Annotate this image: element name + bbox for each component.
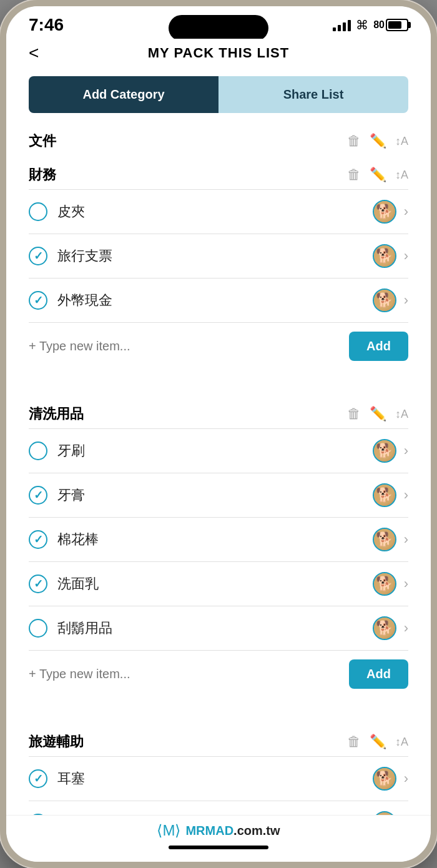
battery-indicator: 80	[373, 19, 408, 31]
item-left: 耳塞	[29, 769, 85, 788]
chevron-icon-8[interactable]: ›	[404, 620, 408, 636]
chevron-icon-3[interactable]: ›	[404, 292, 408, 308]
sort-category-toiletries-icon[interactable]: ↕A	[395, 408, 408, 421]
avatar-5	[373, 483, 396, 507]
item-text-4: 牙刷	[57, 441, 85, 460]
avatar-8	[373, 616, 396, 640]
item-text-5: 牙膏	[57, 486, 85, 505]
chevron-icon-5[interactable]: ›	[404, 487, 408, 503]
list-item: 洗面乳 ›	[29, 561, 408, 606]
add-item-input-finance[interactable]	[29, 339, 341, 353]
list-item: 刮鬍用品 ›	[29, 606, 408, 650]
bottom-logo: ⟨M⟩ MRMAD.com.tw	[157, 822, 280, 839]
category-header-documents: 文件 🗑 ✏️ ↕A	[29, 122, 408, 155]
add-item-input-toiletries[interactable]	[29, 667, 341, 681]
list-item: 眼罩 ›	[29, 801, 408, 815]
dynamic-island	[169, 15, 268, 41]
logo-icon: ⟨M⟩	[157, 822, 180, 839]
avatar-1	[373, 200, 396, 224]
list-item: 旅行支票 ›	[29, 234, 408, 278]
item-checkbox-2[interactable]	[29, 247, 47, 265]
battery-text: 80	[373, 19, 385, 31]
edit-category-travel-aids-icon[interactable]: ✏️	[370, 734, 386, 750]
category-name-travel-aids: 旅遊輔助	[29, 732, 84, 751]
list-item: 耳塞 ›	[29, 756, 408, 801]
avatar-10	[373, 811, 396, 815]
avatar-3	[373, 289, 396, 312]
dog-avatar-7	[374, 573, 395, 594]
category-header-toiletries: 清洗用品 🗑 ✏️ ↕A	[29, 395, 408, 428]
phone-frame: 7:46 ⌘ 80 < MY PACK THIS LIST Add Ca	[0, 0, 437, 868]
item-checkbox-5[interactable]	[29, 486, 47, 505]
phone-screen: 7:46 ⌘ 80 < MY PACK THIS LIST Add Ca	[6, 6, 431, 862]
item-checkbox-8[interactable]	[29, 619, 47, 638]
chevron-icon-6[interactable]: ›	[404, 531, 408, 548]
avatar-6	[373, 528, 396, 551]
item-right-5: ›	[373, 483, 408, 507]
status-icons: ⌘ 80	[333, 17, 408, 32]
dog-avatar-2	[374, 245, 395, 267]
item-text-6: 棉花棒	[57, 530, 99, 549]
sort-category-finance-icon[interactable]: ↕A	[395, 169, 408, 182]
edit-category-finance-icon[interactable]: ✏️	[370, 167, 386, 183]
list-item: 棉花棒 ›	[29, 517, 408, 561]
chevron-icon-4[interactable]: ›	[404, 443, 408, 459]
item-checkbox-9[interactable]	[29, 769, 47, 788]
avatar-4	[373, 439, 396, 463]
delete-category-travel-aids-icon[interactable]: 🗑	[347, 734, 361, 750]
wifi-icon: ⌘	[356, 17, 368, 32]
sort-category-travel-aids-icon[interactable]: ↕A	[395, 736, 408, 749]
dog-avatar-9	[374, 768, 395, 789]
add-item-button-finance[interactable]: Add	[349, 332, 408, 361]
add-category-button[interactable]: Add Category	[29, 76, 219, 113]
edit-category-toiletries-icon[interactable]: ✏️	[370, 406, 386, 422]
item-right-8: ›	[373, 616, 408, 640]
item-right-4: ›	[373, 439, 408, 463]
item-checkbox-3[interactable]	[29, 291, 47, 310]
dog-avatar-3	[374, 290, 395, 311]
dog-avatar-8	[374, 618, 395, 639]
back-button[interactable]: <	[29, 43, 39, 63]
battery-fill	[388, 21, 401, 29]
avatar-2	[373, 244, 396, 268]
share-list-button[interactable]: Share List	[219, 76, 408, 113]
item-checkbox-6[interactable]	[29, 530, 47, 549]
item-checkbox-1[interactable]	[29, 202, 47, 221]
avatar-9	[373, 767, 396, 791]
dog-avatar-5	[374, 485, 395, 506]
add-item-button-toiletries[interactable]: Add	[349, 659, 408, 689]
chevron-icon-7[interactable]: ›	[404, 576, 408, 592]
item-text-3: 外幣現金	[57, 291, 112, 310]
list-item: 皮夾 ›	[29, 189, 408, 234]
item-left: 牙刷	[29, 441, 85, 460]
page-title: MY PACK THIS LIST	[148, 45, 289, 61]
item-checkbox-7[interactable]	[29, 575, 47, 593]
content-area: 文件 🗑 ✏️ ↕A 財務 🗑 ✏️ ↕A	[6, 122, 431, 815]
spacer-2	[29, 698, 408, 723]
category-header-travel-aids: 旅遊輔助 🗑 ✏️ ↕A	[29, 723, 408, 756]
category-name-finance: 財務	[29, 165, 56, 184]
edit-category-documents-icon[interactable]: ✏️	[370, 133, 386, 149]
delete-category-finance-icon[interactable]: 🗑	[347, 167, 361, 183]
chevron-icon-2[interactable]: ›	[404, 248, 408, 264]
delete-category-documents-icon[interactable]: 🗑	[347, 133, 361, 149]
list-item: 牙刷 ›	[29, 428, 408, 473]
chevron-icon-1[interactable]: ›	[404, 204, 408, 220]
add-item-row-finance: Add	[29, 322, 408, 370]
item-text-2: 旅行支票	[57, 247, 112, 265]
status-time: 7:46	[29, 15, 64, 35]
sort-category-documents-icon[interactable]: ↕A	[395, 135, 408, 148]
delete-category-toiletries-icon[interactable]: 🗑	[347, 406, 361, 422]
dog-avatar-10	[374, 812, 395, 815]
list-item: 牙膏 ›	[29, 473, 408, 517]
category-name-documents: 文件	[29, 132, 56, 150]
item-checkbox-4[interactable]	[29, 441, 47, 460]
spacer-1	[29, 370, 408, 395]
item-text-8: 刮鬍用品	[57, 619, 112, 638]
logo-text: MRMAD.com.tw	[185, 824, 280, 838]
item-right-7: ›	[373, 572, 408, 596]
item-right-9: ›	[373, 767, 408, 791]
item-left: 洗面乳	[29, 575, 99, 593]
chevron-icon-9[interactable]: ›	[404, 771, 408, 787]
item-right-3: ›	[373, 289, 408, 312]
